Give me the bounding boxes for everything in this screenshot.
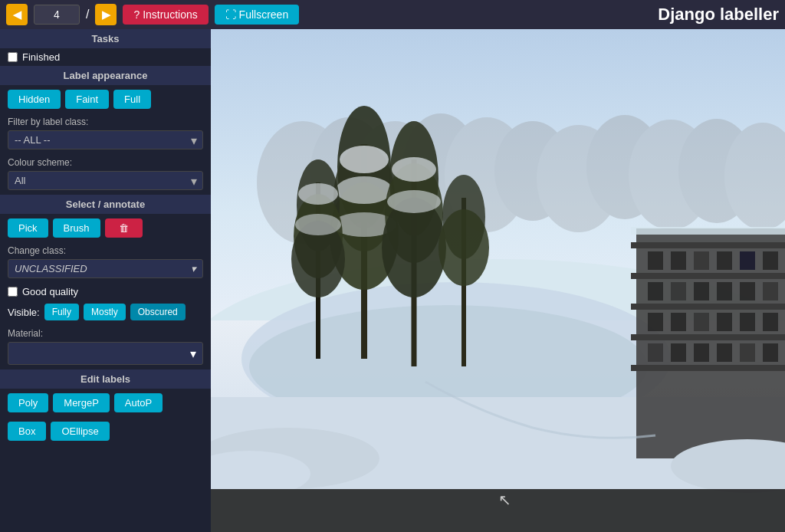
poly-button[interactable]: Poly [8,393,48,412]
faint-button[interactable]: Faint [65,90,109,109]
svg-point-35 [387,190,441,213]
finished-row: Finished [0,48,211,66]
svg-rect-62 [648,313,663,331]
svg-rect-54 [740,251,755,270]
svg-point-38 [438,209,489,286]
filter-select-wrapper[interactable]: -- ALL -- [8,130,203,149]
finished-label: Finished [22,51,60,63]
edit-labels-header: Edit labels [0,369,211,389]
svg-point-21 [340,146,389,173]
svg-point-34 [392,157,436,182]
svg-rect-59 [717,282,732,300]
colour-scheme-select[interactable]: All [8,171,203,190]
obscured-button[interactable]: Obscured [130,304,186,320]
svg-rect-49 [631,365,785,371]
svg-rect-58 [694,282,709,300]
label-appearance-header: Label appearance [0,66,211,85]
chevron-down-icon-material: ▾ [190,346,196,361]
svg-rect-60 [740,282,755,300]
svg-rect-53 [717,251,732,270]
change-class-label: Change class: [0,242,211,258]
frame-input[interactable] [34,5,80,25]
oellipse-button[interactable]: OEllipse [51,422,109,441]
svg-rect-65 [717,313,732,331]
delete-button[interactable]: 🗑 [105,218,143,238]
mostly-button[interactable]: Mostly [84,304,126,320]
svg-point-29 [295,214,341,235]
class-value: UNCLASSIFIED [15,263,87,274]
visible-row: Visible: Fully Mostly Obscured [0,300,211,325]
mergep-button[interactable]: MergeP [53,393,110,412]
svg-point-22 [336,176,392,204]
svg-point-28 [298,183,338,205]
pick-button[interactable]: Pick [8,218,48,238]
box-button[interactable]: Box [8,422,46,441]
brush-button[interactable]: Brush [53,218,100,238]
svg-rect-73 [763,343,778,362]
svg-rect-57 [671,282,686,300]
autop-button[interactable]: AutoP [114,393,163,412]
full-button[interactable]: Full [113,90,151,109]
next-frame-button[interactable]: ▶ [95,4,117,25]
chevron-down-icon: ▾ [191,263,196,274]
edit-labels-group-2: Box OEllipse [0,417,211,445]
svg-rect-56 [648,282,663,300]
svg-rect-52 [694,251,709,270]
filter-select[interactable]: -- ALL -- [8,130,203,149]
svg-rect-47 [631,304,785,310]
instructions-button[interactable]: ? Instructions [123,5,208,25]
fullscreen-button[interactable]: ⛶ Fullscreen [215,5,299,25]
svg-rect-68 [648,343,663,362]
select-annotate-group: Pick Brush 🗑 [0,214,211,242]
app-title: Django labeller [658,5,779,25]
filter-label: Filter by label class: [0,113,211,129]
good-quality-label: Good quality [22,286,78,297]
material-label: Material: [0,325,211,340]
finished-checkbox[interactable] [8,52,18,62]
svg-rect-61 [763,282,778,300]
prev-frame-button[interactable]: ◀ [6,4,28,25]
class-dropdown[interactable]: UNCLASSIFIED ▾ [8,259,203,278]
svg-rect-48 [631,334,785,340]
main-content: Tasks Finished Label appearance Hidden F… [0,29,785,532]
winter-scene-svg [211,29,785,532]
good-quality-row: Good quality [0,283,211,300]
material-dropdown[interactable]: ▾ [8,342,203,365]
trash-icon: 🗑 [119,222,129,234]
svg-rect-45 [631,242,785,248]
svg-rect-74 [631,227,785,235]
svg-rect-63 [671,313,686,331]
hidden-button[interactable]: Hidden [8,90,61,109]
tasks-section-header: Tasks [0,29,211,48]
good-quality-checkbox[interactable] [8,287,18,297]
canvas-area[interactable]: ↖ [211,29,785,532]
svg-rect-78 [211,489,785,532]
fully-button[interactable]: Fully [44,304,79,320]
visible-label: Visible: [8,307,40,318]
svg-rect-50 [648,251,663,270]
colour-scheme-wrapper[interactable]: All [8,171,203,190]
svg-rect-67 [763,313,778,331]
svg-rect-71 [717,343,732,362]
topbar: ◀ / ▶ ? Instructions ⛶ Fullscreen Django… [0,0,785,29]
svg-rect-69 [671,343,686,362]
svg-rect-46 [631,273,785,279]
svg-rect-51 [671,251,686,270]
sidebar: Tasks Finished Label appearance Hidden F… [0,29,211,532]
edit-labels-group-1: Poly MergeP AutoP [0,389,211,417]
select-annotate-header: Select / annotate [0,195,211,214]
svg-rect-72 [740,343,755,362]
svg-rect-66 [740,313,755,331]
svg-rect-55 [763,251,778,270]
label-appearance-group: Hidden Faint Full [0,85,211,113]
colour-scheme-label: Colour scheme: [0,154,211,169]
svg-rect-70 [694,343,709,362]
svg-rect-64 [694,313,709,331]
slash-separator: / [86,8,89,21]
